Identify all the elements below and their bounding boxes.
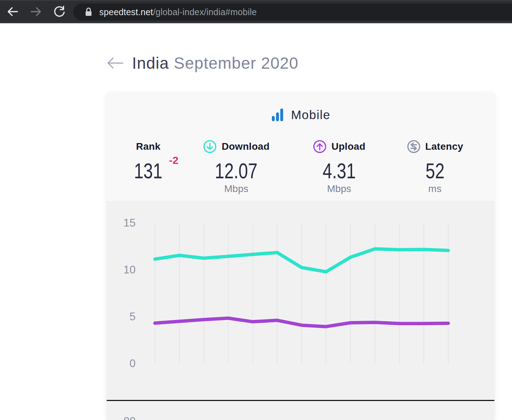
latency-value: 52 <box>425 160 444 182</box>
title-country: India <box>132 54 169 72</box>
forward-arrow-icon[interactable] <box>29 5 43 19</box>
url-text: speedtest.net/global-index/india#mobile <box>99 7 257 17</box>
download-unit: Mbps <box>196 183 277 194</box>
title-period: September 2020 <box>169 54 299 72</box>
lock-icon <box>83 6 94 18</box>
upload-circle-icon <box>313 140 327 154</box>
rank-value: 131 <box>134 160 163 182</box>
card-heading: Mobile <box>107 104 494 125</box>
upload-label: Upload <box>331 141 366 152</box>
latency-circle-icon <box>407 140 421 154</box>
latency-label: Latency <box>425 141 463 152</box>
stat-rank: Rank 131 -2 <box>108 139 189 182</box>
page-title: India September 2020 <box>132 54 299 73</box>
vertical-gridlines <box>155 223 448 364</box>
mobile-signal-bars-icon <box>270 107 285 123</box>
y-axis-tick: 10 <box>110 264 136 276</box>
next-chart-y-tick: 80 <box>110 415 136 420</box>
stat-upload: Upload 4.31 Mbps <box>299 139 380 194</box>
rank-delta-badge: -2 <box>169 154 179 166</box>
download-circle-icon <box>203 140 217 154</box>
y-axis-tick: 5 <box>110 310 136 323</box>
mobile-card-header: Mobile Rank 131 -2 <box>107 93 494 201</box>
download-value: 12.07 <box>215 160 257 182</box>
stat-latency: Latency 52 ms <box>394 139 475 194</box>
upload-unit: Mbps <box>299 183 380 194</box>
speed-chart-section: 15 10 5 0 80 <box>107 201 494 420</box>
download-label: Download <box>221 141 269 152</box>
section-divider-line <box>107 400 494 401</box>
url-path: /global-index/india#mobile <box>153 7 257 17</box>
upload-value: 4.31 <box>323 160 356 182</box>
url-domain: speedtest.net <box>99 7 153 17</box>
mobile-card: Mobile Rank 131 -2 <box>107 93 494 420</box>
latency-unit: ms <box>394 183 475 194</box>
card-heading-label: Mobile <box>291 108 330 122</box>
back-arrow-icon[interactable] <box>6 5 20 19</box>
page-back-arrow-icon[interactable] <box>107 57 124 69</box>
y-axis-tick: 15 <box>110 217 136 229</box>
screenshot-root: speedtest.net/global-index/india#mobile … <box>0 0 512 420</box>
browser-toolbar: speedtest.net/global-index/india#mobile <box>0 0 512 23</box>
stat-download: Download 12.07 Mbps <box>196 139 277 194</box>
speed-chart-svg <box>155 223 448 364</box>
url-bar[interactable]: speedtest.net/global-index/india#mobile <box>73 4 512 20</box>
y-axis-tick: 0 <box>110 357 136 370</box>
page-title-row: India September 2020 <box>107 54 299 73</box>
rank-label: Rank <box>136 141 161 152</box>
reload-icon[interactable] <box>52 5 66 19</box>
